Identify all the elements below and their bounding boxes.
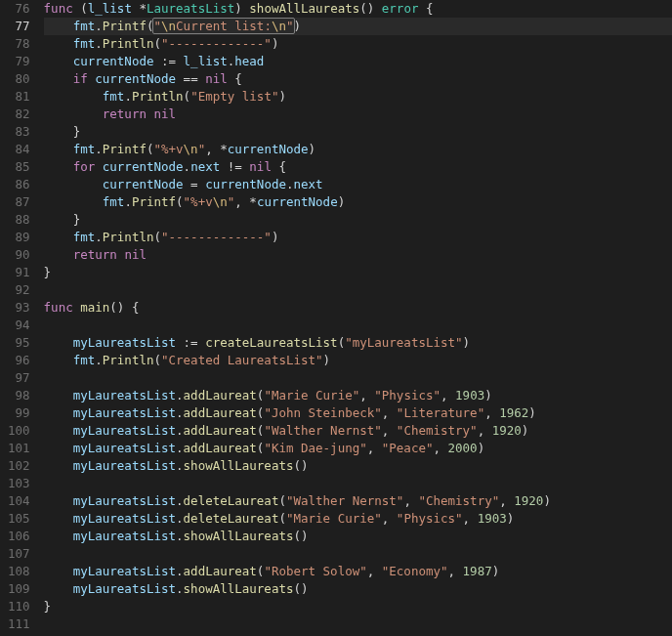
line-number: 101: [8, 440, 30, 457]
code-area[interactable]: func (l_list *LaureatsList) showAllLaure…: [42, 0, 672, 636]
code-line[interactable]: myLaureatsList := createLaureatsList("my…: [44, 334, 672, 352]
token: ,: [367, 564, 382, 578]
code-line[interactable]: myLaureatsList.addLaureat("Walther Nerns…: [44, 422, 672, 440]
code-line[interactable]: func (l_list *LaureatsList) showAllLaure…: [44, 0, 672, 18]
token: addLaureat: [184, 388, 257, 403]
code-line[interactable]: [44, 545, 672, 563]
line-number: 87: [8, 193, 30, 211]
line-number: 83: [8, 123, 30, 141]
code-line[interactable]: fmt.Println("Created LaureatsList"): [44, 352, 672, 369]
token: [44, 511, 73, 526]
token: .: [95, 230, 103, 244]
token: ): [278, 89, 286, 104]
token: if: [73, 71, 88, 86]
token: showAllLaureats: [184, 458, 294, 473]
code-line[interactable]: myLaureatsList.showAllLaureats(): [44, 528, 672, 545]
line-number: 88: [8, 211, 30, 229]
token: "Physics": [374, 388, 441, 403]
token: [44, 19, 73, 33]
token: .: [176, 529, 184, 543]
token: return: [103, 106, 147, 121]
code-line[interactable]: for currentNode.next != nil {: [44, 158, 672, 176]
code-line[interactable]: myLaureatsList.showAllLaureats(): [44, 457, 672, 475]
token: currentNode: [73, 54, 154, 68]
token: .: [124, 89, 132, 104]
code-line[interactable]: fmt.Println("-------------"): [44, 35, 672, 53]
code-line[interactable]: myLaureatsList.addLaureat("Kim Dae-jung"…: [44, 440, 672, 457]
token: :=: [176, 335, 205, 350]
token: fmt: [103, 89, 125, 104]
token: showAllLaureats: [249, 1, 359, 16]
line-number: 91: [8, 264, 30, 281]
code-line[interactable]: myLaureatsList.addLaureat("John Steinbec…: [44, 404, 672, 422]
token: .: [286, 177, 294, 191]
code-line[interactable]: [44, 615, 672, 633]
code-line[interactable]: myLaureatsList.addLaureat("Robert Solow"…: [44, 563, 672, 580]
token: ): [272, 230, 279, 244]
token: [44, 142, 73, 156]
code-line[interactable]: if currentNode == nil {: [44, 70, 672, 88]
code-line[interactable]: fmt.Println("Empty list"): [44, 88, 672, 106]
token: [44, 71, 73, 86]
token: (): [293, 458, 308, 473]
token: .: [95, 36, 103, 51]
code-line[interactable]: fmt.Printf("%+v\n", *currentNode): [44, 141, 672, 158]
code-line[interactable]: func main() {: [44, 299, 672, 317]
token: \n: [184, 142, 198, 156]
token: .: [176, 388, 184, 403]
token: fmt: [73, 142, 96, 156]
token: nil: [153, 106, 176, 121]
code-line[interactable]: [44, 475, 672, 492]
token: (: [176, 194, 184, 209]
line-number: 95: [8, 334, 30, 352]
token: func: [44, 1, 73, 16]
token: ): [463, 335, 471, 350]
code-line[interactable]: fmt.Printf("%+v\n", *currentNode): [44, 193, 672, 211]
token: .: [176, 441, 184, 455]
token: "%+v: [153, 142, 183, 156]
token: [44, 529, 73, 543]
line-number: 111: [8, 615, 30, 633]
token: "Literature": [397, 405, 484, 420]
token: [44, 89, 103, 104]
token: nil: [205, 71, 228, 86]
line-number: 99: [8, 404, 30, 422]
token: !=: [220, 159, 249, 174]
token: showAllLaureats: [184, 581, 294, 596]
code-line[interactable]: myLaureatsList.addLaureat("Marie Curie",…: [44, 387, 672, 404]
token: }: [44, 124, 81, 139]
token: "Economy": [382, 564, 448, 578]
code-line[interactable]: myLaureatsList.deleteLaureat("Marie Curi…: [44, 510, 672, 528]
token: .: [95, 353, 103, 367]
code-line[interactable]: return nil: [44, 106, 672, 123]
token: "Walther Nernst": [286, 493, 403, 508]
line-number: 94: [8, 317, 30, 334]
code-line[interactable]: [44, 369, 672, 387]
code-line[interactable]: currentNode := l_list.head: [44, 53, 672, 70]
code-line[interactable]: currentNode = currentNode.next: [44, 176, 672, 193]
token: "Marie Curie": [286, 511, 382, 526]
token: "Walther Nernst": [264, 423, 381, 438]
token: .: [184, 159, 191, 174]
code-line[interactable]: [44, 281, 672, 299]
token: ): [528, 405, 536, 420]
code-line[interactable]: fmt.Println("-------------"): [44, 229, 672, 246]
code-line[interactable]: [44, 317, 672, 334]
code-line[interactable]: }: [44, 264, 672, 281]
token: =: [184, 177, 206, 191]
token: ): [234, 1, 249, 16]
line-number: 93: [8, 299, 30, 317]
code-line[interactable]: fmt.Printf("\nCurrent list:\n"): [44, 18, 672, 35]
line-number: 103: [8, 475, 30, 492]
code-line[interactable]: return nil: [44, 246, 672, 264]
code-line[interactable]: myLaureatsList.deleteLaureat("Walther Ne…: [44, 492, 672, 510]
token: ): [484, 388, 492, 403]
code-editor[interactable]: 7677787980818283848586878889909192939495…: [0, 0, 672, 636]
token: myLaureatsList: [73, 581, 176, 596]
line-number: 76: [8, 0, 30, 18]
code-line[interactable]: myLaureatsList.showAllLaureats(): [44, 580, 672, 598]
token: [44, 230, 73, 244]
code-line[interactable]: }: [44, 123, 672, 141]
code-line[interactable]: }: [44, 598, 672, 615]
code-line[interactable]: }: [44, 211, 672, 229]
